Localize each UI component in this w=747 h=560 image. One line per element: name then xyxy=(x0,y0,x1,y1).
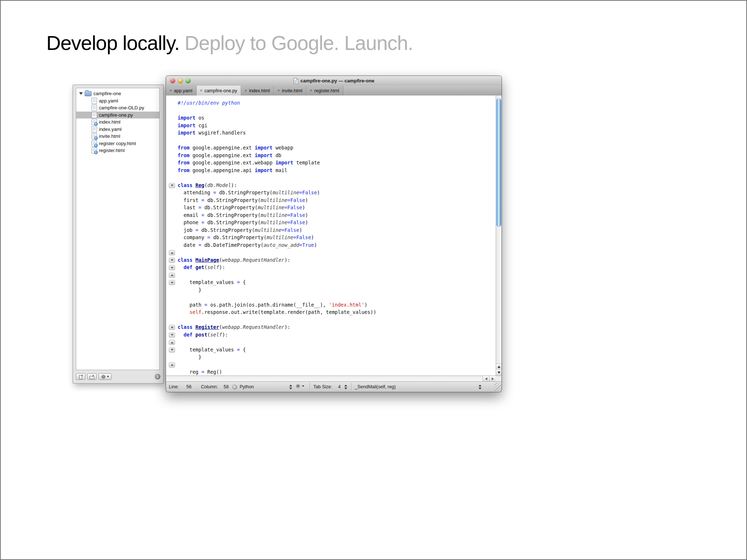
code-line: email = db.StringProperty(multiline=Fals… xyxy=(178,211,494,219)
info-icon: i xyxy=(157,374,158,379)
file-item[interactable]: app.yaml xyxy=(76,97,159,105)
tab-close-icon[interactable]: × xyxy=(170,89,172,93)
fold-up-icon[interactable] xyxy=(169,340,175,345)
code-line xyxy=(178,249,494,256)
caret-down-icon xyxy=(107,376,109,377)
file-item[interactable]: register.html xyxy=(76,147,159,154)
scroll-left-button[interactable] xyxy=(483,376,489,381)
fold-up-icon[interactable] xyxy=(169,250,175,255)
folder-icon xyxy=(85,91,92,96)
code-line xyxy=(178,174,494,182)
python-file-icon xyxy=(293,78,298,84)
file-item[interactable]: invite.html xyxy=(76,133,159,140)
tab-app-yaml[interactable]: ×app.yaml xyxy=(166,86,197,96)
file-label: index.yaml xyxy=(99,127,121,132)
tab-size-stepper[interactable] xyxy=(344,384,348,390)
new-folder-button[interactable] xyxy=(87,373,97,380)
code-line: import wsgiref.handlers xyxy=(178,129,494,137)
tab-size-label: Tab Size: xyxy=(313,384,332,389)
actions-menu-button[interactable] xyxy=(98,373,112,380)
fold-down-icon[interactable] xyxy=(169,325,175,330)
fold-down-icon[interactable] xyxy=(169,347,175,353)
code-line: from google.appengine.ext.webapp import … xyxy=(178,159,494,167)
document-file-icon xyxy=(92,98,97,104)
file-tree-root[interactable]: campfire-one xyxy=(76,90,159,97)
code-line: self.response.out.write(template.render(… xyxy=(178,308,494,316)
fold-down-icon[interactable] xyxy=(169,265,175,270)
file-label: campfire-one.py xyxy=(99,112,133,118)
symbol-popup[interactable]: _SendMail(self, reg) xyxy=(355,384,396,389)
code-line: company = db.StringProperty(multiline=Fa… xyxy=(178,234,494,241)
horizontal-scrollbar[interactable] xyxy=(166,376,496,381)
stepper-icon[interactable] xyxy=(289,384,293,390)
tab-label: app.yaml xyxy=(174,88,193,93)
scroll-down-button[interactable] xyxy=(496,370,502,376)
window-title: campfire-one.py — campfire-one xyxy=(301,78,374,83)
column-label: Column: xyxy=(201,384,218,389)
fold-down-icon[interactable] xyxy=(169,332,175,338)
code-lines: #!/usr/bin/env python import osimport cg… xyxy=(178,99,494,376)
tab-index-html[interactable]: ×index.html xyxy=(241,86,274,96)
code-line xyxy=(178,271,494,279)
file-item[interactable]: campfire-one-OLD.py xyxy=(76,104,159,112)
info-button[interactable]: i xyxy=(155,374,160,380)
new-file-button[interactable] xyxy=(76,373,85,380)
minimize-window-button[interactable] xyxy=(178,78,183,83)
code-line: #!/usr/bin/env python xyxy=(178,99,494,107)
tab-close-icon[interactable]: × xyxy=(278,89,280,93)
file-list: campfire-oneapp.yamlcampfire-one-OLD.pyc… xyxy=(76,88,160,370)
code-line xyxy=(178,107,494,114)
close-window-button[interactable] xyxy=(170,78,175,83)
resize-grip-icon[interactable] xyxy=(495,383,501,392)
symbol-stepper[interactable] xyxy=(478,384,482,390)
line-value: 56 xyxy=(186,384,191,389)
fold-up-icon[interactable] xyxy=(169,362,175,368)
vertical-scrollbar[interactable] xyxy=(496,96,502,376)
document-file-icon xyxy=(92,105,97,111)
tab-label: register.html xyxy=(314,88,339,93)
tab-register-html[interactable]: ×register.html xyxy=(306,86,343,96)
bundle-actions-button[interactable] xyxy=(296,384,304,388)
language-selector[interactable]: Python xyxy=(232,383,293,391)
file-item[interactable]: index.yaml xyxy=(76,126,159,133)
code-line: template_values = { xyxy=(178,279,494,286)
file-item[interactable]: index.html xyxy=(76,118,159,126)
fold-down-icon[interactable] xyxy=(169,183,175,188)
language-label: Python xyxy=(240,384,289,389)
divider xyxy=(310,383,310,391)
tab-close-icon[interactable]: × xyxy=(245,89,247,93)
fold-up-icon[interactable] xyxy=(169,273,175,278)
html-file-icon xyxy=(92,119,97,125)
slide-title: Develop locally.Deploy to Google. Launch… xyxy=(46,31,413,55)
tab-campfire-one-py[interactable]: ×campfire-one.py xyxy=(197,86,241,96)
fold-down-icon[interactable] xyxy=(169,258,175,263)
tab-invite-html[interactable]: ×invite.html xyxy=(274,86,306,96)
tab-label: index.html xyxy=(249,88,270,93)
scroll-up-button[interactable] xyxy=(496,364,502,370)
tab-close-icon[interactable]: × xyxy=(310,89,312,93)
scrollbar-thumb[interactable] xyxy=(496,98,501,227)
file-label: index.html xyxy=(99,119,120,125)
tab-close-icon[interactable]: × xyxy=(200,89,202,93)
title-bar[interactable]: campfire-one.py — campfire-one xyxy=(166,76,502,86)
code-line: def get(self): xyxy=(178,264,494,271)
editor-pane[interactable]: #!/usr/bin/env python import osimport cg… xyxy=(166,96,502,376)
file-label: register copy.html xyxy=(99,141,136,146)
code-line xyxy=(178,338,494,346)
file-item[interactable]: register copy.html xyxy=(76,140,159,147)
disclosure-triangle-icon[interactable] xyxy=(79,92,83,95)
html-file-icon xyxy=(92,133,97,139)
line-label: Line: xyxy=(169,384,179,389)
document-file-icon xyxy=(92,126,97,132)
zoom-window-button[interactable] xyxy=(186,78,190,83)
file-label: invite.html xyxy=(99,133,120,139)
file-item[interactable]: campfire-one.py xyxy=(76,112,159,119)
code-line: from google.appengine.api import mail xyxy=(178,167,494,174)
code-line: job = db.StringProperty(multiline=False) xyxy=(178,226,494,234)
slide-title-primary: Develop locally. xyxy=(46,32,179,54)
code-line: class Reg(db.Model): xyxy=(178,182,494,189)
scroll-right-button[interactable] xyxy=(489,376,496,381)
folder-label: campfire-one xyxy=(93,91,121,96)
divider xyxy=(351,383,352,391)
fold-down-icon[interactable] xyxy=(169,280,175,285)
